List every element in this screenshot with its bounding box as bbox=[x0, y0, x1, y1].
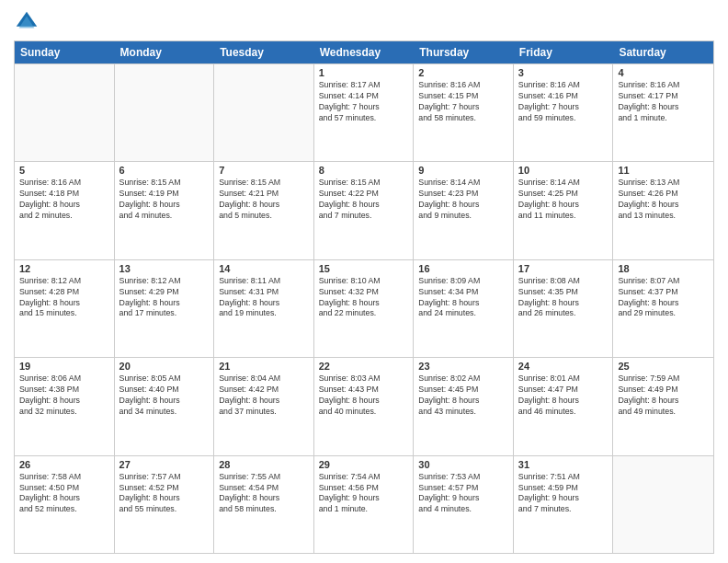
calendar-cell: 21Sunrise: 8:04 AM Sunset: 4:42 PM Dayli… bbox=[214, 358, 314, 454]
calendar-cell: 10Sunrise: 8:14 AM Sunset: 4:25 PM Dayli… bbox=[514, 162, 614, 259]
calendar-cell: 22Sunrise: 8:03 AM Sunset: 4:43 PM Dayli… bbox=[314, 358, 415, 454]
calendar-row: 19Sunrise: 8:06 AM Sunset: 4:38 PM Dayli… bbox=[15, 357, 713, 454]
calendar-row: 12Sunrise: 8:12 AM Sunset: 4:28 PM Dayli… bbox=[15, 259, 713, 357]
day-number: 24 bbox=[518, 361, 609, 372]
day-number: 10 bbox=[518, 165, 609, 176]
day-number: 27 bbox=[119, 459, 210, 470]
day-info: Sunrise: 8:15 AM Sunset: 4:21 PM Dayligh… bbox=[219, 178, 309, 222]
day-number: 3 bbox=[518, 67, 609, 78]
day-info: Sunrise: 7:54 AM Sunset: 4:56 PM Dayligh… bbox=[319, 472, 409, 516]
calendar-cell: 17Sunrise: 8:08 AM Sunset: 4:35 PM Dayli… bbox=[514, 260, 614, 357]
calendar-cell: 20Sunrise: 8:05 AM Sunset: 4:40 PM Dayli… bbox=[115, 358, 215, 454]
calendar-cell: 12Sunrise: 8:12 AM Sunset: 4:28 PM Dayli… bbox=[15, 260, 115, 357]
calendar-cell: 15Sunrise: 8:10 AM Sunset: 4:32 PM Dayli… bbox=[314, 260, 415, 357]
calendar-cell: 5Sunrise: 8:16 AM Sunset: 4:18 PM Daylig… bbox=[15, 162, 115, 259]
calendar-cell: 31Sunrise: 7:51 AM Sunset: 4:59 PM Dayli… bbox=[514, 456, 614, 553]
weekday-header: Sunday bbox=[15, 41, 115, 63]
weekday-header: Wednesday bbox=[314, 41, 415, 63]
day-info: Sunrise: 8:16 AM Sunset: 4:17 PM Dayligh… bbox=[618, 80, 709, 124]
day-number: 8 bbox=[319, 165, 409, 176]
weekday-header: Thursday bbox=[414, 41, 514, 63]
day-number: 25 bbox=[618, 361, 709, 372]
calendar-cell: 29Sunrise: 7:54 AM Sunset: 4:56 PM Dayli… bbox=[314, 456, 415, 553]
day-info: Sunrise: 8:16 AM Sunset: 4:15 PM Dayligh… bbox=[418, 80, 508, 124]
calendar-row: 1Sunrise: 8:17 AM Sunset: 4:14 PM Daylig… bbox=[15, 63, 713, 161]
calendar-cell: 11Sunrise: 8:13 AM Sunset: 4:26 PM Dayli… bbox=[613, 162, 713, 259]
day-info: Sunrise: 7:53 AM Sunset: 4:57 PM Dayligh… bbox=[418, 472, 508, 516]
day-number: 26 bbox=[19, 459, 109, 470]
day-number: 9 bbox=[418, 165, 508, 176]
calendar: SundayMondayTuesdayWednesdayThursdayFrid… bbox=[14, 40, 714, 554]
day-info: Sunrise: 7:51 AM Sunset: 4:59 PM Dayligh… bbox=[518, 472, 609, 516]
calendar-cell: 2Sunrise: 8:16 AM Sunset: 4:15 PM Daylig… bbox=[414, 64, 514, 161]
day-number: 13 bbox=[119, 263, 210, 274]
calendar-cell: 28Sunrise: 7:55 AM Sunset: 4:54 PM Dayli… bbox=[214, 456, 314, 553]
calendar-cell bbox=[115, 64, 215, 161]
calendar-cell: 30Sunrise: 7:53 AM Sunset: 4:57 PM Dayli… bbox=[414, 456, 514, 553]
day-number: 17 bbox=[518, 263, 609, 274]
calendar-cell: 7Sunrise: 8:15 AM Sunset: 4:21 PM Daylig… bbox=[214, 162, 314, 259]
page: SundayMondayTuesdayWednesdayThursdayFrid… bbox=[0, 0, 728, 563]
day-info: Sunrise: 7:59 AM Sunset: 4:49 PM Dayligh… bbox=[618, 373, 709, 418]
day-number: 20 bbox=[119, 361, 210, 372]
day-info: Sunrise: 8:03 AM Sunset: 4:43 PM Dayligh… bbox=[319, 373, 409, 418]
calendar-cell: 9Sunrise: 8:14 AM Sunset: 4:23 PM Daylig… bbox=[414, 162, 514, 259]
calendar-cell: 18Sunrise: 8:07 AM Sunset: 4:37 PM Dayli… bbox=[613, 260, 713, 357]
day-info: Sunrise: 8:13 AM Sunset: 4:26 PM Dayligh… bbox=[618, 178, 709, 222]
day-info: Sunrise: 8:16 AM Sunset: 4:16 PM Dayligh… bbox=[518, 80, 609, 124]
calendar-cell: 4Sunrise: 8:16 AM Sunset: 4:17 PM Daylig… bbox=[613, 64, 713, 161]
calendar-cell: 13Sunrise: 8:12 AM Sunset: 4:29 PM Dayli… bbox=[115, 260, 215, 357]
weekday-header: Saturday bbox=[613, 41, 713, 63]
calendar-body: 1Sunrise: 8:17 AM Sunset: 4:14 PM Daylig… bbox=[15, 63, 713, 553]
day-info: Sunrise: 8:09 AM Sunset: 4:34 PM Dayligh… bbox=[418, 276, 508, 320]
weekday-header: Monday bbox=[115, 41, 215, 63]
logo-icon bbox=[14, 9, 40, 35]
calendar-cell: 6Sunrise: 8:15 AM Sunset: 4:19 PM Daylig… bbox=[115, 162, 215, 259]
day-info: Sunrise: 8:06 AM Sunset: 4:38 PM Dayligh… bbox=[19, 373, 109, 418]
day-number: 21 bbox=[219, 361, 309, 372]
header bbox=[14, 9, 714, 35]
calendar-row: 26Sunrise: 7:58 AM Sunset: 4:50 PM Dayli… bbox=[15, 455, 713, 553]
day-info: Sunrise: 8:04 AM Sunset: 4:42 PM Dayligh… bbox=[219, 373, 309, 418]
day-number: 6 bbox=[119, 165, 210, 176]
day-number: 18 bbox=[618, 263, 709, 274]
logo bbox=[14, 9, 43, 35]
day-number: 1 bbox=[319, 67, 409, 78]
weekday-header: Tuesday bbox=[214, 41, 314, 63]
calendar-cell: 3Sunrise: 8:16 AM Sunset: 4:16 PM Daylig… bbox=[514, 64, 614, 161]
day-number: 2 bbox=[418, 67, 508, 78]
day-info: Sunrise: 8:12 AM Sunset: 4:28 PM Dayligh… bbox=[19, 276, 109, 320]
calendar-row: 5Sunrise: 8:16 AM Sunset: 4:18 PM Daylig… bbox=[15, 161, 713, 259]
calendar-cell: 8Sunrise: 8:15 AM Sunset: 4:22 PM Daylig… bbox=[314, 162, 415, 259]
day-info: Sunrise: 8:14 AM Sunset: 4:25 PM Dayligh… bbox=[518, 178, 609, 222]
day-number: 16 bbox=[418, 263, 508, 274]
calendar-cell: 14Sunrise: 8:11 AM Sunset: 4:31 PM Dayli… bbox=[214, 260, 314, 357]
calendar-cell bbox=[613, 456, 713, 553]
day-info: Sunrise: 8:15 AM Sunset: 4:22 PM Dayligh… bbox=[319, 178, 409, 222]
day-number: 15 bbox=[319, 263, 409, 274]
calendar-cell bbox=[214, 64, 314, 161]
day-number: 29 bbox=[319, 459, 409, 470]
weekday-header: Friday bbox=[514, 41, 614, 63]
day-number: 19 bbox=[19, 361, 109, 372]
day-info: Sunrise: 8:02 AM Sunset: 4:45 PM Dayligh… bbox=[418, 373, 508, 418]
day-info: Sunrise: 8:11 AM Sunset: 4:31 PM Dayligh… bbox=[219, 276, 309, 320]
calendar-cell bbox=[15, 64, 115, 161]
calendar-cell: 1Sunrise: 8:17 AM Sunset: 4:14 PM Daylig… bbox=[314, 64, 415, 161]
day-number: 5 bbox=[19, 165, 109, 176]
calendar-header: SundayMondayTuesdayWednesdayThursdayFrid… bbox=[15, 41, 713, 63]
day-info: Sunrise: 8:01 AM Sunset: 4:47 PM Dayligh… bbox=[518, 373, 609, 418]
day-info: Sunrise: 8:12 AM Sunset: 4:29 PM Dayligh… bbox=[119, 276, 210, 320]
day-info: Sunrise: 8:15 AM Sunset: 4:19 PM Dayligh… bbox=[119, 178, 210, 222]
calendar-cell: 24Sunrise: 8:01 AM Sunset: 4:47 PM Dayli… bbox=[514, 358, 614, 454]
calendar-cell: 26Sunrise: 7:58 AM Sunset: 4:50 PM Dayli… bbox=[15, 456, 115, 553]
calendar-cell: 19Sunrise: 8:06 AM Sunset: 4:38 PM Dayli… bbox=[15, 358, 115, 454]
day-info: Sunrise: 8:07 AM Sunset: 4:37 PM Dayligh… bbox=[618, 276, 709, 320]
day-number: 22 bbox=[319, 361, 409, 372]
calendar-cell: 25Sunrise: 7:59 AM Sunset: 4:49 PM Dayli… bbox=[613, 358, 713, 454]
day-info: Sunrise: 8:10 AM Sunset: 4:32 PM Dayligh… bbox=[319, 276, 409, 320]
day-number: 12 bbox=[19, 263, 109, 274]
calendar-cell: 23Sunrise: 8:02 AM Sunset: 4:45 PM Dayli… bbox=[414, 358, 514, 454]
day-info: Sunrise: 7:55 AM Sunset: 4:54 PM Dayligh… bbox=[219, 472, 309, 516]
day-info: Sunrise: 8:16 AM Sunset: 4:18 PM Dayligh… bbox=[19, 178, 109, 222]
